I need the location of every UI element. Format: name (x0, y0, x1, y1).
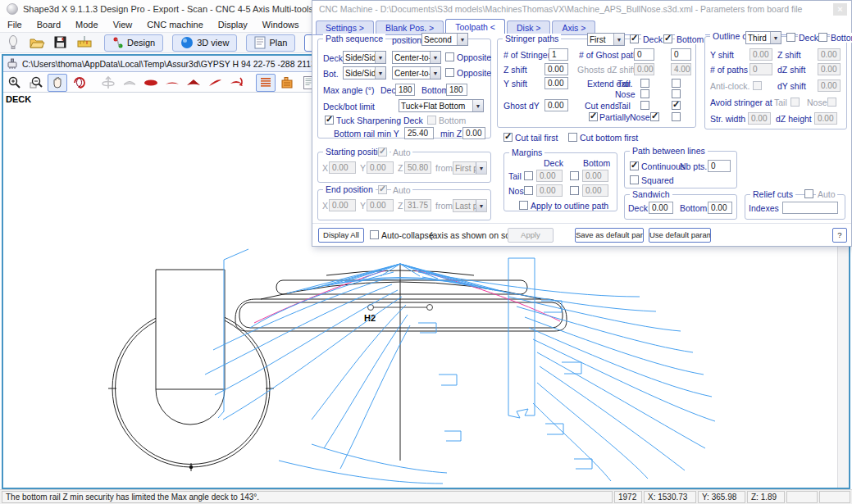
bot-direction-select[interactable]: Center-to-▼ (392, 66, 441, 79)
start-z-input[interactable]: 50.80 (404, 161, 431, 174)
margin-nose-deck-checkbox[interactable] (524, 186, 533, 195)
rotate-board-icon[interactable] (226, 74, 246, 92)
deck-bot-limit-select[interactable]: Tuck+Flat Bottom▼ (399, 99, 484, 112)
menu-display[interactable]: Display (211, 17, 255, 32)
outline-n-paths-input[interactable]: 0 (749, 63, 772, 75)
stringer-deck-checkbox[interactable] (630, 34, 639, 43)
display-all-button[interactable]: Display All (318, 228, 364, 243)
sandwich-deck-input[interactable]: 0.00 (649, 202, 673, 214)
ghosts-dz-bottom-input[interactable]: 4.00 (671, 63, 691, 75)
stringer-bottom-checkbox[interactable] (663, 34, 672, 43)
outline-deck-checkbox[interactable] (786, 33, 795, 42)
tuck-bottom-checkbox[interactable] (427, 116, 436, 125)
n-stringers-input[interactable]: 1 (549, 48, 568, 61)
menu-mode[interactable]: Mode (68, 17, 106, 32)
end-auto-checkbox[interactable] (378, 185, 387, 194)
start-x-input[interactable]: 0.00 (329, 161, 356, 174)
tab-settings[interactable]: Settings > (316, 20, 374, 34)
position-select[interactable]: Second▼ (421, 33, 468, 46)
auto-collapse-checkbox[interactable] (370, 230, 379, 239)
cut-ends-nose-bottom-checkbox[interactable] (672, 112, 681, 121)
outline-z-shift-input[interactable]: 0.00 (818, 48, 841, 61)
margin-tail-deck-checkbox[interactable] (524, 171, 533, 180)
menu-board[interactable]: Board (30, 17, 68, 32)
outline-y-shift-input[interactable]: 0.00 (749, 48, 772, 61)
menu-view[interactable]: View (106, 17, 140, 32)
zoom-in-icon[interactable] (5, 74, 25, 92)
menu-cnc-machine[interactable]: CNC machine (139, 17, 210, 32)
end-z-input[interactable]: 31.75 (404, 199, 431, 211)
cut-ends-tail-bottom-checkbox[interactable] (672, 101, 681, 110)
outline-bottom-checkbox[interactable] (818, 33, 827, 42)
hull-icon[interactable] (120, 74, 139, 92)
cut-bottom-first-checkbox[interactable] (568, 133, 577, 142)
margin-nose-deck-input[interactable]: 0.00 (536, 184, 563, 197)
use-default-button[interactable]: Use default param. (649, 228, 711, 243)
min-z-input[interactable]: 0.00 (462, 127, 485, 139)
avoid-nose-checkbox[interactable] (827, 98, 836, 107)
cut-ends-nose-deck-checkbox[interactable] (650, 112, 659, 121)
start-auto-checkbox[interactable] (378, 148, 387, 157)
close-icon[interactable]: × (833, 3, 847, 16)
zoom-out-icon[interactable] (26, 74, 46, 92)
3d-view-button[interactable]: 3D view (172, 34, 237, 52)
apply-outline-checkbox[interactable] (519, 201, 528, 210)
start-from-select[interactable]: First point▼ (453, 161, 487, 175)
end-y-input[interactable]: 0.00 (367, 199, 394, 211)
str-width-input[interactable]: 0.00 (748, 112, 771, 125)
help-button[interactable]: ? (832, 228, 847, 243)
start-y-input[interactable]: 0.00 (367, 161, 394, 174)
relief-auto-checkbox[interactable] (804, 189, 813, 198)
bot-sequence-select[interactable]: Side/Side▼ (343, 66, 386, 79)
save-default-button[interactable]: Save as default param. (575, 228, 644, 243)
apply-button[interactable]: Apply (508, 228, 554, 243)
nb-pts-input[interactable]: 0 (708, 160, 731, 172)
y-shift-input[interactable]: 0.00 (544, 77, 568, 89)
save-icon[interactable] (50, 34, 71, 52)
tuck-sharpening-checkbox[interactable] (325, 116, 334, 125)
outline-dy-shift-input[interactable]: 0.00 (818, 79, 841, 92)
open-folder-icon[interactable] (26, 34, 48, 52)
bot-opposite-checkbox[interactable] (445, 68, 454, 77)
outline-order-select[interactable]: Third▼ (745, 31, 781, 44)
margin-nose-bottom-input[interactable]: 0.00 (582, 184, 608, 197)
deck-sequence-select[interactable]: Side/Side▼ (343, 51, 386, 64)
continuous-checkbox[interactable] (630, 161, 639, 170)
margin-tail-bottom-input[interactable]: 0.00 (582, 170, 608, 182)
squared-checkbox[interactable] (630, 175, 639, 184)
ghost-paths-bottom-input[interactable]: 0 (671, 48, 691, 61)
sandwich-bottom-input[interactable]: 0.00 (708, 202, 732, 214)
ghosts-dz-deck-input[interactable]: 0.00 (634, 63, 654, 75)
toolpath-lines-icon[interactable] (256, 74, 276, 92)
move-vertical-icon[interactable] (98, 74, 118, 92)
margin-nose-bottom-checkbox[interactable] (570, 186, 579, 195)
bottom-rail-y-input[interactable]: 25.40 (404, 127, 434, 139)
pan-hand-icon[interactable] (48, 74, 67, 92)
menu-windows[interactable]: Windows (255, 17, 307, 32)
machine-icon[interactable] (277, 74, 297, 92)
margin-tail-bottom-checkbox[interactable] (570, 171, 579, 180)
slice-view-icon[interactable] (205, 74, 225, 92)
ghost-dy-input[interactable]: 0.00 (544, 99, 568, 111)
cut-ends-tail-deck-checkbox[interactable] (640, 101, 649, 110)
profile-view-icon[interactable] (162, 74, 182, 92)
ghost-paths-deck-input[interactable]: 0 (634, 48, 654, 61)
max-angle-deck-input[interactable]: 180 (395, 84, 415, 96)
max-angle-bottom-input[interactable]: 180 (446, 84, 467, 96)
extend-nose-bottom-checkbox[interactable] (672, 89, 681, 98)
end-x-input[interactable]: 0.00 (329, 199, 356, 211)
plan-button[interactable]: Plan (246, 34, 295, 52)
tab-disk[interactable]: Disk > (507, 20, 550, 34)
partially-checkbox[interactable] (589, 112, 598, 121)
stringer-order-select[interactable]: First▼ (587, 33, 625, 46)
outline-dz-shift-input[interactable]: 0.00 (818, 63, 841, 75)
deck-opposite-checkbox[interactable] (445, 52, 454, 61)
menu-file[interactable]: File (0, 17, 30, 32)
outline-view-icon[interactable] (141, 74, 161, 92)
lamp-icon[interactable] (2, 34, 24, 52)
end-from-select[interactable]: Last point▼ (453, 199, 487, 212)
cut-tail-first-checkbox[interactable] (503, 133, 513, 142)
extend-tail-deck-checkbox[interactable] (640, 79, 649, 88)
indexes-input[interactable] (782, 202, 838, 214)
extend-nose-deck-checkbox[interactable] (640, 89, 649, 98)
